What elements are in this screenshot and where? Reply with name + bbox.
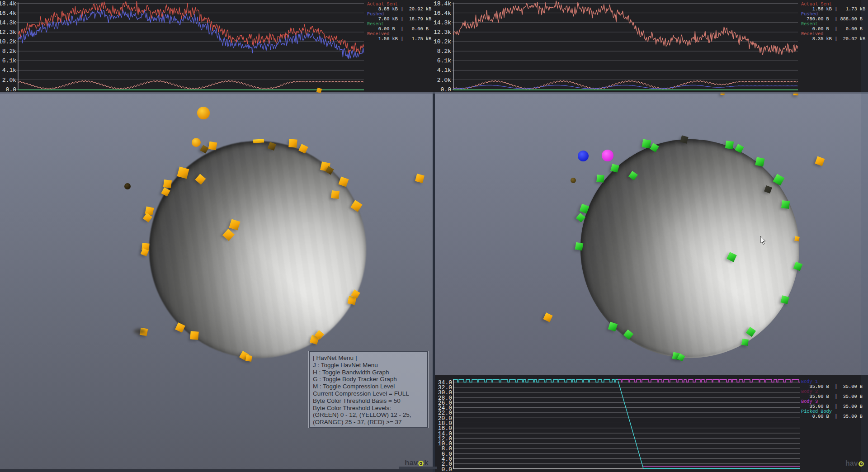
- svg-text:8.2k: 8.2k: [437, 48, 451, 55]
- svg-text:12.3k: 12.3k: [434, 29, 451, 36]
- svg-text:8.2k: 8.2k: [2, 48, 16, 55]
- svg-text:0.0: 0.0: [441, 86, 451, 92]
- svg-text:18.4k: 18.4k: [0, 0, 16, 7]
- svg-text:0.0: 0.0: [6, 86, 16, 92]
- svg-text:18.4k: 18.4k: [434, 0, 451, 7]
- svg-text:4.1k: 4.1k: [2, 67, 16, 74]
- svg-text:2.0k: 2.0k: [2, 77, 16, 84]
- svg-text:0.0: 0.0: [442, 466, 452, 472]
- svg-text:12.3k: 12.3k: [0, 29, 16, 36]
- svg-text:14.3k: 14.3k: [0, 19, 16, 26]
- svg-text:10.2k: 10.2k: [434, 38, 451, 45]
- svg-text:16.4k: 16.4k: [0, 10, 16, 17]
- svg-text:4.1k: 4.1k: [437, 67, 451, 74]
- svg-text:2.0k: 2.0k: [437, 77, 451, 84]
- svg-text:6.1k: 6.1k: [2, 57, 16, 64]
- svg-text:14.3k: 14.3k: [434, 19, 451, 26]
- svg-text:6.1k: 6.1k: [437, 57, 451, 64]
- svg-text:16.4k: 16.4k: [434, 10, 451, 17]
- svg-text:10.2k: 10.2k: [0, 38, 16, 45]
